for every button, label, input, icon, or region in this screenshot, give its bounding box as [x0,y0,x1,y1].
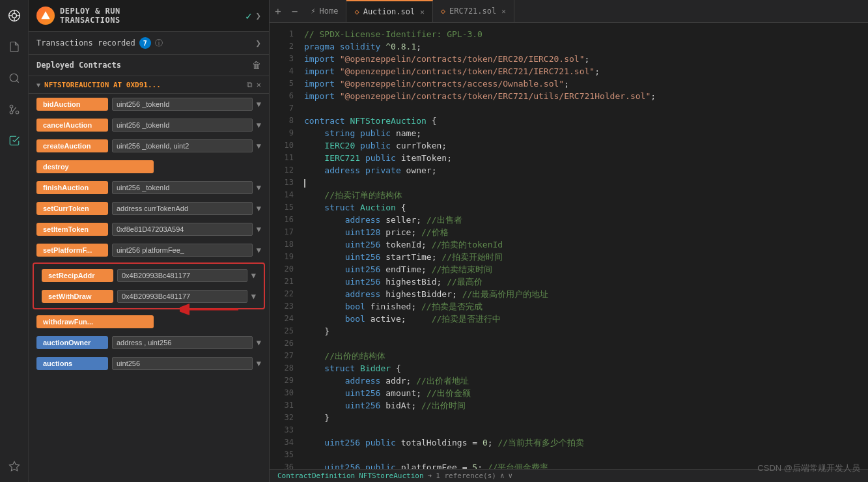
auctionowner-button[interactable]: auctionOwner [36,336,108,349]
code-content[interactable]: // SPDX-License-Identifier: GPL-3.0 prag… [299,23,868,469]
tab-auction-sol[interactable]: ◇ Auction.sol ✕ [346,0,432,22]
setrecipaddr-button[interactable]: setRecipAddr [42,269,113,282]
transactions-label: Transactions recorded [36,38,135,48]
erc721-tab-close[interactable]: ✕ [501,7,506,16]
settings-icon[interactable] [4,456,25,477]
search-icon[interactable] [4,68,25,89]
tab-home[interactable]: ⚡ Home [303,0,346,22]
contract-close-icon[interactable]: ✕ [257,80,261,89]
setwithdraw-input[interactable] [117,290,247,303]
fn-row-setitemtoken: setItemToken ▼ [29,219,269,240]
erc721-tab-icon: ◇ [441,7,445,16]
setitemtoken-button[interactable]: setItemToken [36,223,108,236]
setitemtoken-input[interactable] [112,223,253,236]
svg-marker-12 [41,11,49,19]
auctions-input[interactable] [112,357,253,370]
finishauction-button[interactable]: finishAuction [36,181,108,194]
transactions-badge: 7 [139,37,151,49]
status-arrow-icon: ➜ [428,472,432,480]
setplatformf-chevron[interactable]: ▼ [257,246,261,255]
fn-row-auctions: auctions ▼ [29,353,269,374]
setcurrtoken-chevron[interactable]: ▼ [257,204,261,213]
destroy-button[interactable]: destroy [36,160,154,173]
fn-row-destroy: destroy [29,156,269,177]
withdrawfun-button[interactable]: withdrawFun... [36,315,154,328]
files-icon[interactable] [4,36,25,57]
setitemtoken-chevron[interactable]: ▼ [257,225,261,234]
deployed-contracts-label: Deployed Contracts [36,61,252,70]
code-editor: 12345 678910 1112131415 1617181920 21222… [270,23,868,469]
createauction-input[interactable] [112,139,253,152]
contract-name: NFTSTOREAUCTION AT 0XD91... [44,81,243,89]
auctionowner-chevron[interactable]: ▼ [257,338,261,347]
functions-list: bidAuction ▼ cancelAuction ▼ createAucti… [29,94,269,482]
setplatformf-button[interactable]: setPlatformF... [36,244,108,257]
setcurrtoken-input[interactable] [112,202,253,215]
line-numbers: 12345 678910 1112131415 1617181920 21222… [270,23,299,469]
auction-tab-close[interactable]: ✕ [420,8,425,16]
transactions-arrow[interactable]: ❯ [256,38,261,48]
deploy-icon[interactable] [4,130,25,151]
plugin-title: DEPLOY & RUN TRANSACTIONS [60,7,240,25]
chevron-down-icon[interactable]: ∨ [509,472,513,480]
fn-row-setwithdraw: setWithDraw ▼ [34,286,264,307]
fn-row-bidauction: bidAuction ▼ [29,94,269,115]
cancelauction-button[interactable]: cancelAuction [36,119,108,132]
finishauction-input[interactable] [112,181,253,194]
highlighted-group: setRecipAddr ▼ setWithDraw ▼ [33,262,265,309]
svg-point-9 [10,105,13,108]
fn-row-setplatformf: setPlatformF... ▼ [29,240,269,261]
plugin-header: DEPLOY & RUN TRANSACTIONS ✓ ❯ [29,0,269,32]
plugin-header-icons: ✓ ❯ [245,10,261,22]
setplatformf-input[interactable] [112,244,253,257]
contract-chevron[interactable]: ▼ [36,81,40,89]
cancelauction-input[interactable] [112,119,253,132]
fn-row-cancelauction: cancelAuction ▼ [29,115,269,135]
info-icon[interactable]: ⓘ [155,38,163,49]
bidauction-button[interactable]: bidAuction [36,98,108,111]
status-bar: ContractDefinition NFTStoreAuction ➜ 1 r… [270,469,868,482]
setwithdraw-button[interactable]: setWithDraw [42,290,113,303]
setcurrtoken-button[interactable]: setCurrToken [36,202,108,215]
cancelauction-chevron[interactable]: ▼ [257,120,261,130]
expand-icon[interactable]: ❯ [256,10,261,21]
fn-row-setcurrtoken: setCurrToken ▼ [29,198,269,219]
contract-name-row: ▼ NFTSTOREAUCTION AT 0XD91... ⧉ ✕ [36,80,261,89]
tab-erc721-label: ERC721.sol [449,7,496,16]
fn-row-finishauction: finishAuction ▼ [29,177,269,198]
svg-point-6 [10,74,18,81]
auctions-chevron[interactable]: ▼ [257,359,261,368]
trash-icon[interactable]: 🗑 [252,60,261,70]
auctions-button[interactable]: auctions [36,357,108,370]
checkmark-icon[interactable]: ✓ [245,10,252,22]
bidauction-chevron[interactable]: ▼ [257,100,261,109]
contract-item: ▼ NFTSTOREAUCTION AT 0XD91... ⧉ ✕ [29,76,269,94]
zoom-in-button[interactable]: + [270,0,287,22]
plugin-icon[interactable] [4,5,25,26]
auction-tab-icon: ◇ [354,7,359,16]
plugin-panel: DEPLOY & RUN TRANSACTIONS ✓ ❯ Transactio… [29,0,270,482]
setrecipaddr-input[interactable] [117,269,247,282]
auctionowner-input[interactable] [112,336,253,349]
git-icon[interactable] [4,99,25,120]
svg-marker-11 [9,462,19,471]
contract-definition-link[interactable]: ContractDefinition [277,472,355,480]
chevron-up-icon[interactable]: ∧ [500,472,505,480]
deployed-contracts-header: Deployed Contracts 🗑 [29,55,269,76]
tab-erc721-sol[interactable]: ◇ ERC721.sol ✕ [433,0,514,22]
setwithdraw-chevron[interactable]: ▼ [251,292,256,301]
tab-home-label: Home [320,7,339,16]
setrecipaddr-chevron[interactable]: ▼ [251,271,256,280]
createauction-chevron[interactable]: ▼ [257,141,261,150]
finishauction-chevron[interactable]: ▼ [257,183,261,192]
status-contract-name: NFTStoreAuction [359,472,423,480]
copy-icon[interactable]: ⧉ [247,80,253,89]
createauction-button[interactable]: createAuction [36,139,108,152]
bidauction-input[interactable] [112,98,253,111]
transactions-bar: Transactions recorded 7 ⓘ ❯ [29,32,269,55]
fn-row-createauction: createAuction ▼ [29,135,269,156]
svg-point-8 [16,111,19,114]
zoom-out-button[interactable]: − [287,0,303,22]
svg-point-1 [12,14,16,18]
fn-row-auctionowner: auctionOwner ▼ [29,332,269,353]
